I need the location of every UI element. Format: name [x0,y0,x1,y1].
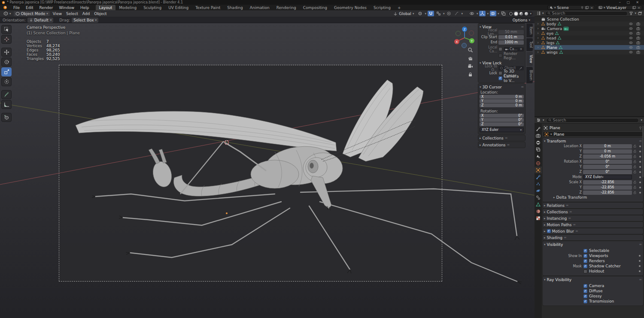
hide-viewport-icon[interactable] [629,31,633,35]
new-viewlayer-icon[interactable] [632,6,636,9]
panel-motion-blur-collapsed[interactable]: ▸Motion Blur≡ [543,228,643,234]
sidebar-tab-view[interactable]: View [526,52,533,66]
expand-icon[interactable]: › [536,36,540,40]
visibility-checkbox-shadow-catcher[interactable] [583,264,587,268]
delta-transform-header[interactable]: ▸Delta Transform [544,195,642,200]
animate-dot[interactable] [639,187,641,188]
pin-icon[interactable] [638,126,642,130]
transform-value-field[interactable]: -0.056 m [583,154,632,159]
lock-icon[interactable] [633,154,637,158]
sidebar-tab-item[interactable]: Item [526,24,533,37]
menu-window[interactable]: Window [56,5,78,10]
lock-icon[interactable] [633,185,637,189]
animate-dot[interactable] [639,151,641,152]
tool-tweak-select-button[interactable] [1,25,12,34]
properties-tab-physics[interactable] [535,187,542,194]
expand-icon[interactable]: › [536,41,540,45]
show-gizmo-button[interactable] [479,11,486,16]
render-region-checkbox[interactable] [498,54,502,58]
ray-checkbox-camera[interactable] [583,284,587,288]
hide-viewport-icon[interactable] [629,41,633,45]
rotation-mode-dropdown[interactable]: XYZ Euler▾ [583,175,632,179]
transform-value-field[interactable]: 0° [583,165,632,169]
animate-dot[interactable] [639,192,641,194]
properties-tab-particles[interactable] [535,180,542,187]
properties-tab-data[interactable] [535,201,542,208]
properties-tab-tool[interactable] [535,125,542,132]
properties-tab-texture[interactable] [535,215,542,221]
focal-length-field[interactable]: 50 mm [498,30,524,34]
hide-viewport-icon[interactable] [629,22,633,26]
animate-dot[interactable] [639,255,641,257]
workspace-tab-sculpting[interactable]: Sculpting [140,5,165,10]
orientation-dropdown[interactable]: Default ▾ [27,18,54,23]
outliner-row-eye[interactable]: ›eye [535,31,644,36]
blender-menu-button[interactable] [0,5,10,10]
viewport-menu-add[interactable]: Add [80,12,92,16]
sidebar-tab-blosm[interactable]: Blosm [526,67,533,84]
sidebar-tab-tool[interactable]: Tool [526,38,533,51]
expand-icon[interactable]: › [536,45,540,49]
expand-icon[interactable]: › [536,27,540,30]
cursor-rotation-y-field[interactable]: Y0° [480,118,524,122]
expand-icon[interactable]: › [536,22,540,26]
xray-toggle-button[interactable] [500,11,507,16]
pivot-point-button[interactable] [417,11,423,16]
camera-view-icon[interactable] [468,64,473,69]
lock-icon[interactable] [633,165,637,169]
snap-target-button[interactable] [435,11,442,16]
workspace-tab-scripting[interactable]: Scripting [370,5,394,10]
visibility-panel-header[interactable]: ▾Visibility≡ [544,242,642,247]
new-collection-button[interactable] [638,11,642,15]
workspace-tab-layout[interactable]: Layout [96,5,116,10]
hide-viewport-icon[interactable] [629,50,633,54]
transform-value-field[interactable]: 0° [583,170,632,174]
scene-selector[interactable]: ▾ Scene × [547,5,595,10]
show-visibility-button[interactable] [469,11,475,16]
transform-value-field[interactable]: -22.856 [583,180,632,185]
mode-selector[interactable]: Object Mode ▾ [14,11,50,16]
menu-render[interactable]: Render [36,5,56,10]
workspace-tab-animation[interactable]: Animation [246,5,273,10]
proportional-falloff-button[interactable] [453,11,460,16]
properties-search-input[interactable]: Search [546,118,639,123]
panel-shading-collapsed[interactable]: ▸Shading≡ [543,235,643,240]
shading-wireframe-button[interactable] [509,12,513,15]
tool-measure-button[interactable] [1,100,12,109]
animate-dot[interactable] [639,161,641,163]
tool-annotate-button[interactable] [1,90,12,99]
workspace-tab-modeling[interactable]: Modeling [115,5,140,10]
disable-render-icon[interactable] [636,45,641,49]
ray-checkbox-transmission[interactable] [583,300,587,303]
to-3d-cursor-checkbox[interactable] [498,71,502,75]
panel-relations-collapsed[interactable]: ▸Relations≡ [543,203,643,208]
panel-instancing-collapsed[interactable]: ▸Instancing≡ [543,215,643,221]
cursor-rotation-x-field[interactable]: X0° [480,114,524,118]
cursor-location-x-field[interactable]: X0 m [480,95,524,99]
tool-move-button[interactable] [1,48,12,57]
properties-tab-constraints[interactable] [535,194,542,201]
scene-collection-row[interactable]: Scene Collection [535,17,644,21]
disable-render-icon[interactable] [636,50,641,54]
menu-file[interactable]: File [10,5,23,10]
object-name-field[interactable]: ▾ Plane [543,131,643,137]
transform-value-field[interactable]: 0 m [583,149,632,154]
outliner-row-head[interactable]: ›head [535,36,644,40]
properties-tab-modifiers[interactable] [535,173,542,180]
minimize-button[interactable]: – [619,0,621,4]
disable-render-icon[interactable] [636,31,641,35]
transform-value-field[interactable]: -22.856 [583,191,632,195]
panel-collections-collapsed[interactable]: ▸Collections≡ [478,135,525,141]
proportional-editing-button[interactable] [446,11,452,16]
filter-icon[interactable] [629,11,633,15]
rotation-mode-dropdown[interactable]: XYZ Euler ▾ [480,127,524,132]
expand-icon[interactable]: › [536,31,540,35]
clear-icon[interactable]: × [519,47,522,51]
maximize-button[interactable]: ▢ [627,0,630,4]
outliner-row-wings[interactable]: ›wings [535,50,644,55]
tool-scale-button[interactable] [1,67,12,76]
tool-transform-button[interactable] [1,77,12,86]
lock-icon[interactable] [633,149,637,153]
transform-value-field[interactable]: 0 m [583,144,632,148]
disable-render-icon[interactable] [636,27,641,30]
